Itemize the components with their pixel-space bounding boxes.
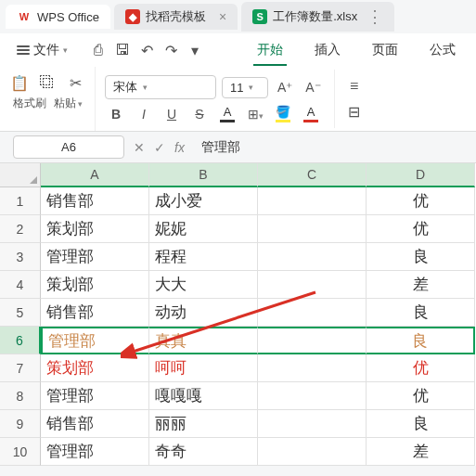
cell[interactable]: 优 xyxy=(367,354,475,382)
tab-file[interactable]: S工作簿数量.xlsx⋮ xyxy=(241,2,394,32)
row-header[interactable]: 10 xyxy=(0,438,41,466)
merge-icon[interactable]: ⊟ xyxy=(344,102,365,122)
cell[interactable] xyxy=(258,438,367,466)
cell[interactable]: 丽丽 xyxy=(149,410,258,438)
cell[interactable]: 奇奇 xyxy=(149,438,258,466)
cut-icon[interactable]: ✂ xyxy=(65,72,85,93)
cell[interactable]: 销售部 xyxy=(41,299,149,327)
page-icon[interactable]: ⎙ xyxy=(88,40,109,60)
cell[interactable] xyxy=(258,299,367,327)
row-header[interactable]: 7 xyxy=(0,354,41,382)
cell[interactable] xyxy=(258,187,367,215)
row-header[interactable]: 1 xyxy=(0,187,41,215)
fontcolor-button[interactable]: A xyxy=(218,105,237,122)
formula-bar[interactable]: 管理部 xyxy=(194,135,463,160)
more-icon[interactable]: ▾ xyxy=(185,40,205,60)
cell[interactable] xyxy=(258,327,367,354)
sheet-icon: S xyxy=(252,9,267,24)
bold-button[interactable]: B xyxy=(107,107,125,122)
close-icon[interactable]: ⋮ xyxy=(367,6,383,27)
confirm-icon[interactable]: ✓ xyxy=(154,140,165,155)
redo-icon[interactable]: ↷ xyxy=(161,40,181,60)
cell[interactable] xyxy=(258,243,367,271)
cell[interactable] xyxy=(258,271,367,299)
cell[interactable]: 策划部 xyxy=(41,271,149,299)
cell[interactable]: 程程 xyxy=(149,243,258,271)
spreadsheet[interactable]: 12345678910ABCD销售部成小爱优策划部妮妮优管理部程程良策划部大大差… xyxy=(0,163,476,466)
fontsize-select[interactable]: 11▾ xyxy=(222,77,268,98)
cell[interactable]: 妮妮 xyxy=(149,215,258,243)
row-header[interactable]: 4 xyxy=(0,271,41,299)
cell[interactable]: 嘎嘎嘎 xyxy=(149,382,258,410)
cell[interactable]: 差 xyxy=(367,438,475,466)
menu-formula[interactable]: 公式 xyxy=(417,36,469,64)
cell[interactable]: 管理部 xyxy=(41,243,149,271)
clipboard-icon[interactable]: 📋 xyxy=(9,72,30,93)
save-icon[interactable]: 🖫 xyxy=(112,40,133,60)
font-select[interactable]: 宋体▾ xyxy=(105,75,216,99)
row-header[interactable]: 3 xyxy=(0,243,41,271)
cell[interactable]: 策划部 xyxy=(41,215,149,243)
fx-icon[interactable]: fx xyxy=(174,140,185,155)
cell[interactable] xyxy=(258,354,367,382)
cell[interactable]: 真真 xyxy=(149,327,258,354)
font-grow-button[interactable]: A⁺ xyxy=(274,78,296,96)
row-header[interactable]: 8 xyxy=(0,382,41,410)
cell[interactable]: 销售部 xyxy=(41,187,149,215)
italic-button[interactable]: I xyxy=(135,107,153,122)
cell[interactable]: 动动 xyxy=(149,299,258,327)
row-header[interactable]: 6 xyxy=(0,327,41,354)
textcolor-button[interactable]: A xyxy=(302,105,320,122)
cell-reference[interactable]: A6 xyxy=(13,135,124,159)
cell[interactable]: 大大 xyxy=(149,271,258,299)
row-header[interactable]: 9 xyxy=(0,410,41,438)
align-icon[interactable]: ≡ xyxy=(344,76,365,96)
undo-icon[interactable]: ↶ xyxy=(136,40,157,60)
cell[interactable]: 成小爱 xyxy=(149,187,258,215)
row-header[interactable]: 5 xyxy=(0,299,41,327)
cell[interactable]: 良 xyxy=(367,243,475,271)
brush-button[interactable]: 格式刷 xyxy=(13,96,46,111)
cell[interactable]: 优 xyxy=(367,187,475,215)
strike-button[interactable]: S xyxy=(190,107,209,122)
cell[interactable]: 管理部 xyxy=(41,382,149,410)
col-header[interactable]: D xyxy=(367,163,475,187)
select-all-corner[interactable] xyxy=(0,163,41,187)
copy-icon[interactable]: ⿻ xyxy=(37,72,58,93)
tab-wps[interactable]: WWPS Office xyxy=(6,5,110,29)
cell[interactable]: 优 xyxy=(367,215,475,243)
cell[interactable]: 销售部 xyxy=(41,410,149,438)
cell[interactable]: 差 xyxy=(367,271,475,299)
tab-label: WPS Office xyxy=(37,10,99,24)
tab-label: 找稻壳模板 xyxy=(146,8,206,25)
col-header[interactable]: C xyxy=(258,163,367,187)
cell[interactable] xyxy=(258,382,367,410)
cell[interactable] xyxy=(258,215,367,243)
chevron-down-icon: ▾ xyxy=(63,45,68,55)
border-button[interactable]: ⊞▾ xyxy=(246,107,264,122)
cell[interactable]: 管理部 xyxy=(41,327,149,354)
cell[interactable] xyxy=(258,410,367,438)
file-menu[interactable]: 文件▾ xyxy=(7,36,77,64)
menu-page[interactable]: 页面 xyxy=(359,36,411,64)
menu-start[interactable]: 开始 xyxy=(244,36,296,64)
menu-insert[interactable]: 插入 xyxy=(302,36,354,64)
cell[interactable]: 良 xyxy=(367,327,475,354)
cell[interactable]: 优 xyxy=(367,382,475,410)
tab-template[interactable]: ◆找稻壳模板× xyxy=(114,4,238,30)
row-header[interactable]: 2 xyxy=(0,215,41,243)
cell[interactable]: 策划部 xyxy=(41,354,149,382)
close-icon[interactable]: × xyxy=(219,9,226,24)
cancel-icon[interactable]: ✕ xyxy=(134,140,145,155)
cell[interactable]: 呵呵 xyxy=(149,354,258,382)
cell[interactable]: 良 xyxy=(367,410,475,438)
fillcolor-button[interactable]: 🪣 xyxy=(274,105,292,122)
col-header[interactable]: B xyxy=(149,163,258,187)
underline-button[interactable]: U xyxy=(162,107,181,122)
cell[interactable]: 管理部 xyxy=(41,438,149,466)
paste-button[interactable]: 粘贴▾ xyxy=(54,96,83,111)
cell[interactable]: 良 xyxy=(367,299,475,327)
chevron-down-icon: ▾ xyxy=(249,83,253,92)
col-header[interactable]: A xyxy=(41,163,149,187)
font-shrink-button[interactable]: A⁻ xyxy=(302,78,324,96)
